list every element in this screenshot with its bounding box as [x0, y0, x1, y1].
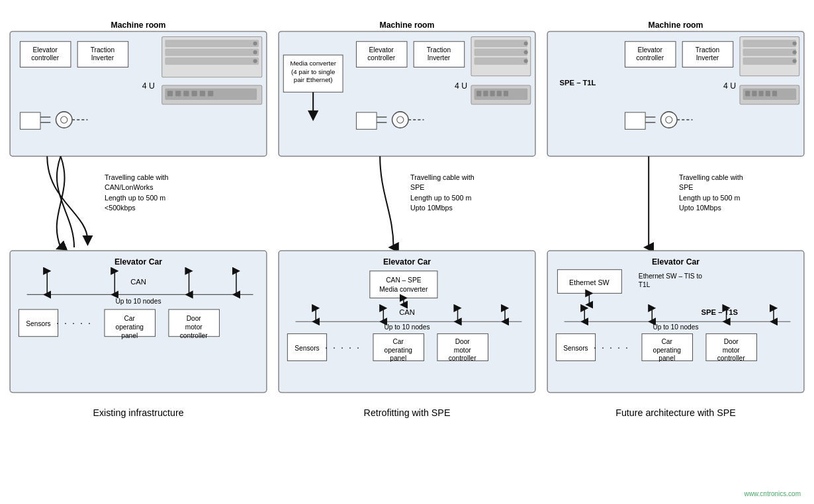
dots-2: · · · · ·: [325, 342, 361, 353]
nodes-label-1: Up to 10 nodes: [115, 298, 161, 305]
ti-label-1: Traction: [91, 46, 114, 54]
ec-label-1: Elevator: [32, 46, 58, 54]
diagram-retrofitting: Machine room Media converter (4 pair to …: [275, 7, 539, 488]
watermark: www.cntronics.com: [7, 489, 807, 497]
svg-rect-49: [490, 91, 495, 96]
caption-3: Future architecture with SPE: [615, 407, 736, 418]
svg-rect-59: [370, 271, 437, 298]
cable-text-1d: <500kbps: [105, 204, 136, 212]
car-panel-2: Car: [393, 338, 404, 345]
ti-label-2b: Inverter: [428, 54, 451, 62]
caption-1: Existing infrastructure: [93, 407, 183, 418]
ec-label-2: Elevator: [369, 46, 394, 54]
4u-label-2: 4 U: [455, 81, 467, 91]
svg-rect-16: [200, 91, 205, 96]
machine-room-title-3: Machine room: [649, 21, 703, 30]
main-container: Machine room Elevator controller Tractio…: [0, 0, 814, 504]
svg-rect-47: [476, 91, 481, 96]
dots-3: · · · · ·: [594, 342, 629, 353]
svg-rect-83: [759, 91, 764, 96]
cable-text-2: Travelling cable with: [410, 173, 475, 181]
svg-rect-4: [165, 40, 259, 47]
svg-point-43: [524, 50, 528, 54]
can-spe-2: Media converter: [379, 286, 428, 293]
door-motor-2: Door: [455, 338, 471, 345]
svg-point-56: [397, 116, 404, 123]
cable-text-1: Travelling cable with: [105, 173, 169, 181]
cable-text-3c: Length up to 500 m: [679, 194, 740, 202]
svg-rect-12: [167, 91, 173, 96]
door-motor-2c: controller: [449, 355, 477, 362]
svg-rect-14: [183, 91, 189, 96]
svg-rect-74: [743, 49, 796, 56]
svg-rect-15: [192, 91, 197, 96]
sensors-label-1: Sensors: [26, 320, 50, 327]
car-panel-3b: operating: [653, 347, 681, 354]
dots-1: · · · · ·: [56, 317, 92, 328]
ti-label-3: Traction: [696, 46, 719, 54]
diagram-existing-svg: Machine room Elevator controller Tractio…: [7, 7, 270, 488]
svg-rect-75: [743, 58, 796, 64]
car-panel-2b: operating: [384, 347, 412, 354]
svg-point-8: [253, 50, 257, 54]
car-panel-2c: panel: [390, 355, 406, 362]
ti-label-1b: Inverter: [91, 54, 114, 62]
ec-label-3: Elevator: [638, 46, 663, 54]
svg-rect-48: [483, 91, 488, 96]
door-motor-1b: motor: [185, 324, 203, 331]
cable-text-1b: CAN/LonWorks: [105, 183, 154, 191]
door-motor-3b: motor: [723, 347, 741, 354]
elevator-car-title-1: Elevator Car: [114, 257, 162, 267]
svg-rect-6: [165, 58, 259, 64]
cable-text-2b: SPE: [410, 183, 424, 191]
svg-rect-5: [165, 49, 259, 56]
machine-room-title-1: Machine room: [111, 21, 166, 30]
can-label-2: CAN: [399, 308, 415, 316]
4u-label-3: 4 U: [723, 81, 736, 91]
ti-label-2: Traction: [427, 46, 451, 54]
eth-sw-desc-b: T1L: [639, 281, 651, 288]
can-spe-1: CAN – SPE: [386, 276, 421, 284]
door-motor-2b: motor: [454, 347, 472, 354]
diagram-existing: Machine room Elevator controller Tractio…: [7, 7, 270, 488]
cable-text-3: Travelling cable with: [679, 173, 743, 181]
svg-point-22: [61, 116, 68, 123]
diagram-retrofitting-svg: Machine room Media converter (4 pair to …: [275, 7, 539, 488]
eth-sw-desc: Ethernet SW – TIS to: [639, 273, 702, 280]
svg-rect-73: [743, 40, 796, 47]
machine-room-title-2: Machine room: [380, 21, 435, 30]
svg-rect-85: [772, 91, 777, 96]
car-panel-1b: operating: [115, 324, 144, 331]
svg-rect-51: [504, 91, 508, 96]
svg-point-42: [524, 42, 528, 46]
svg-rect-41: [475, 58, 527, 64]
car-panel-3c: panel: [658, 355, 675, 362]
svg-point-77: [793, 50, 797, 54]
svg-rect-18: [20, 112, 40, 130]
svg-point-90: [666, 116, 672, 123]
svg-rect-82: [752, 91, 756, 96]
svg-rect-50: [497, 91, 502, 96]
cable-text-3d: Upto 10Mbps: [679, 204, 721, 212]
eth-sw-label: Ethernet SW: [569, 278, 610, 286]
diagram-future: Machine room SPE – T1L Elevator controll…: [544, 7, 807, 488]
nodes-label-3: Up to 10 nodes: [653, 324, 698, 331]
svg-rect-39: [475, 40, 527, 47]
svg-rect-40: [475, 49, 527, 56]
svg-point-44: [524, 59, 528, 63]
door-motor-1: Door: [187, 315, 202, 322]
sensors-label-2: Sensors: [294, 345, 319, 352]
diagram-future-svg: Machine room SPE – T1L Elevator controll…: [544, 7, 807, 488]
caption-2: Retrofitting with SPE: [364, 407, 451, 418]
sensors-label-3: Sensors: [563, 345, 588, 352]
cable-text-2c: Length up to 500 m: [410, 194, 471, 202]
svg-point-7: [253, 42, 257, 46]
elevator-car-title-3: Elevator Car: [652, 257, 700, 267]
svg-rect-84: [766, 91, 770, 96]
svg-rect-86: [625, 112, 645, 130]
car-panel-1: Car: [124, 315, 136, 322]
door-motor-3: Door: [724, 338, 739, 345]
media-conv-label-2b: (4 pair to single: [291, 68, 335, 75]
ec-label-2b: controller: [367, 54, 396, 62]
nodes-label-2: Up to 10 nodes: [384, 324, 430, 331]
